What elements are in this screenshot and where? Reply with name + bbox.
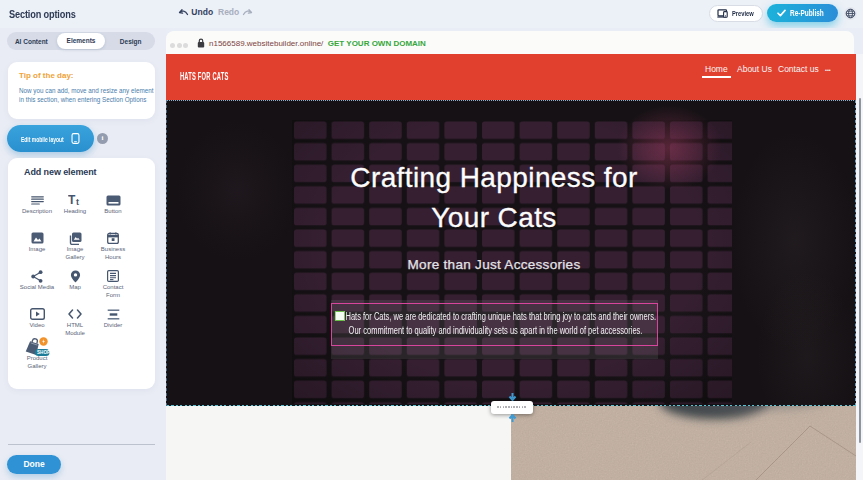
svg-text:t: t bbox=[76, 197, 79, 206]
svg-text:T: T bbox=[68, 194, 76, 206]
